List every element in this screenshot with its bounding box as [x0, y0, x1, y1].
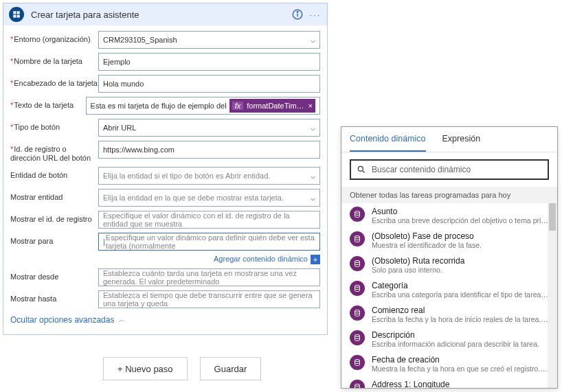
showfor-label: Mostrar para: [10, 233, 98, 246]
showentity-select[interactable]: Elija la entidad en la que se debe mostr…: [98, 189, 320, 207]
dynamic-content-item[interactable]: Address 1: LongitudeLongitude for addres…: [341, 376, 557, 388]
footer-buttons: + Nuevo paso Guardar: [103, 357, 261, 380]
panel-search: Buscar contenido dinámico: [341, 152, 557, 187]
svg-point-12: [355, 286, 360, 288]
fx-icon: fx: [232, 102, 244, 110]
svg-rect-1: [17, 11, 20, 14]
item-title: (Obsoleto) Fase de proceso: [372, 231, 549, 241]
panel-section-title: Obtener todas las tareas programadas par…: [341, 187, 557, 203]
plus-icon[interactable]: +: [311, 255, 320, 264]
item-desc: Escriba una categoría para identificar e…: [372, 290, 549, 299]
tab-dynamic-content[interactable]: Contenido dinámico: [350, 127, 426, 152]
btntype-label: Tipo de botón: [10, 119, 98, 132]
regid-label: Id. de registro o dirección URL del botó…: [10, 141, 98, 163]
text-value: Esta es mi tarjeta de flujo de ejemplo d…: [91, 102, 227, 110]
info-icon[interactable]: [291, 8, 304, 21]
scrollbar-thumb[interactable]: [549, 203, 556, 231]
panel-list: AsuntoEscriba una breve descripción del …: [341, 203, 557, 388]
entity-icon: [350, 380, 365, 388]
dynamic-content-item[interactable]: (Obsoleto) Ruta recorridaSolo para uso i…: [341, 253, 557, 277]
action-logo-icon: [9, 7, 24, 22]
add-dynamic-link[interactable]: Agregar contenido dinámico: [214, 255, 308, 264]
entity-icon: [350, 355, 365, 370]
search-input[interactable]: Buscar contenido dinámico: [350, 159, 549, 180]
action-card: Crear tarjeta para asistente ··· Entorno…: [3, 3, 328, 335]
svg-point-14: [355, 335, 360, 337]
env-label: Entorno (organización): [10, 31, 98, 44]
svg-rect-3: [17, 15, 20, 18]
showfor-ph: Especifique un valor dinámico para defin…: [106, 233, 315, 250]
showregid-input[interactable]: Especifique el valor dinámico con el id.…: [98, 211, 320, 229]
showentity-ph: Elija la entidad en la que se debe mostr…: [103, 194, 284, 202]
text-label: Texto de la tarjeta: [10, 97, 86, 110]
tab-expression[interactable]: Expresión: [442, 127, 481, 152]
svg-point-7: [358, 166, 363, 171]
chevron-down-icon: ⌵: [311, 172, 315, 181]
hide-advanced-label: Ocultar opciones avanzadas: [10, 315, 114, 325]
token-remove-icon[interactable]: ×: [308, 102, 313, 110]
svg-point-6: [297, 12, 298, 13]
svg-rect-2: [13, 15, 16, 18]
showuntil-label: Mostrar hasta: [10, 290, 98, 303]
showfrom-input[interactable]: Establezca cuánto tarda una tarjeta en m…: [98, 268, 320, 286]
dynamic-content-item[interactable]: DescripciónEscriba información adicional…: [341, 327, 557, 351]
env-value: CRM293105_Spanish: [103, 36, 177, 44]
svg-rect-0: [13, 11, 16, 14]
regid-input[interactable]: https://www.bing.com: [98, 141, 320, 159]
item-desc: Muestra el identificador de la fase.: [372, 241, 549, 249]
showfrom-label: Mostrar desde: [10, 268, 98, 281]
dynamic-content-item[interactable]: AsuntoEscriba una breve descripción del …: [341, 203, 557, 228]
btnentity-label: Entidad de botón: [10, 167, 98, 180]
token-label: formatDateTim…: [247, 102, 304, 110]
btnentity-ph: Elija la entidad si el tipo de botón es …: [103, 172, 270, 180]
item-title: (Obsoleto) Ruta recorrida: [372, 256, 549, 266]
regid-value: https://www.bing.com: [103, 146, 175, 154]
name-label: Nombre de la tarjeta: [10, 53, 98, 66]
item-title: Categoría: [372, 281, 549, 290]
env-select[interactable]: CRM293105_Spanish⌵: [98, 31, 320, 49]
entity-icon: [350, 207, 365, 222]
entity-icon: [350, 305, 365, 321]
header-value: Hola mundo: [103, 80, 144, 88]
item-title: Descripción: [372, 330, 549, 340]
showfrom-ph: Establezca cuánto tarda una tarjeta en m…: [103, 269, 315, 286]
add-dynamic-label: Agregar contenido dinámico: [214, 255, 308, 263]
header-input[interactable]: Hola mundo: [98, 75, 320, 93]
scrollbar[interactable]: [548, 203, 557, 388]
name-value: Ejemplo: [103, 58, 131, 66]
dynamic-content-item[interactable]: (Obsoleto) Fase de procesoMuestra el ide…: [341, 228, 557, 253]
svg-point-10: [355, 236, 360, 238]
new-step-button[interactable]: + Nuevo paso: [103, 357, 188, 380]
btnentity-select[interactable]: Elija la entidad si el tipo de botón es …: [98, 167, 320, 185]
dynamic-content-item[interactable]: CategoríaEscriba una categoría para iden…: [341, 277, 557, 302]
header-label: Encabezado de la tarjeta: [10, 75, 98, 88]
chevron-down-icon: ⌵: [311, 36, 315, 45]
showfor-input[interactable]: |Especifique un valor dinámico para defi…: [98, 233, 320, 251]
dynamic-content-item[interactable]: Fecha de creaciónMuestra la fecha y la h…: [341, 351, 557, 376]
entity-icon: [350, 231, 365, 246]
search-icon: [357, 165, 366, 174]
chevron-up-icon: ︿: [118, 315, 125, 325]
btntype-value: Abrir URL: [103, 124, 136, 132]
text-input[interactable]: Esta es mi tarjeta de flujo de ejemplo d…: [86, 97, 320, 115]
item-desc: Escriba información adicional para descr…: [372, 340, 549, 348]
svg-point-11: [355, 261, 360, 263]
btntype-select[interactable]: Abrir URL⌵: [98, 119, 320, 137]
more-icon[interactable]: ···: [309, 8, 322, 21]
hide-advanced-link[interactable]: Ocultar opciones avanzadas ︿: [10, 315, 320, 325]
item-desc: Escriba la fecha y la hora de inicio rea…: [372, 315, 549, 323]
svg-point-16: [355, 384, 360, 387]
expression-token[interactable]: fxformatDateTim…×: [229, 99, 315, 113]
entity-icon: [350, 256, 365, 271]
card-header: Crear tarjeta para asistente ···: [3, 3, 327, 25]
dynamic-content-item[interactable]: Comienzo realEscriba la fecha y la hora …: [341, 302, 557, 327]
showuntil-input[interactable]: Establezca el tiempo que debe transcurri…: [98, 290, 320, 308]
save-button[interactable]: Guardar: [200, 357, 262, 380]
card-title: Crear tarjeta para asistente: [31, 10, 286, 20]
item-title: Comienzo real: [372, 305, 549, 315]
dynamic-content-panel: Contenido dinámico Expresión Buscar cont…: [341, 126, 558, 389]
chevron-down-icon: ⌵: [311, 124, 315, 132]
chevron-down-icon: ⌵: [311, 194, 315, 203]
card-body: Entorno (organización) CRM293105_Spanish…: [3, 25, 327, 334]
name-input[interactable]: Ejemplo: [98, 53, 320, 71]
